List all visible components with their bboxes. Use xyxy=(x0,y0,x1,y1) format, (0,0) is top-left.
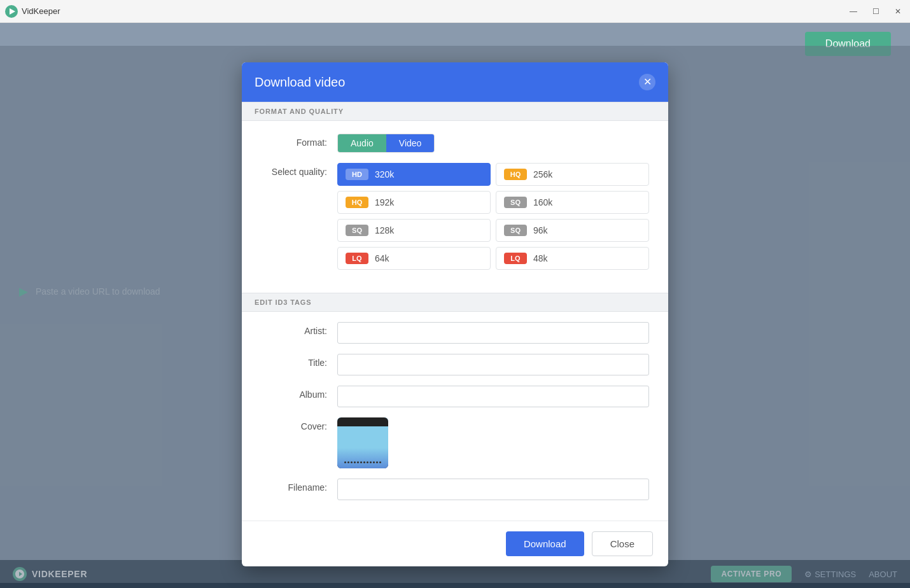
format-row: Format: Audio Video xyxy=(261,134,649,153)
album-input[interactable] xyxy=(337,386,649,407)
quality-value-256k: 256k xyxy=(533,169,552,179)
quality-badge-lq-64: LQ xyxy=(346,253,368,264)
titlebar: VidKeeper — ☐ ✕ xyxy=(0,0,910,23)
dialog-header: Download video ✕ xyxy=(242,62,668,102)
quality-badge-sq-96: SQ xyxy=(504,225,527,236)
quality-label: Select quality: xyxy=(261,163,337,177)
quality-64k[interactable]: LQ 64k xyxy=(337,247,491,270)
title-input-area xyxy=(337,354,649,375)
format-audio-button[interactable]: Audio xyxy=(338,134,386,152)
quality-badge-sq-160: SQ xyxy=(504,197,527,208)
quality-value-128k: 128k xyxy=(375,225,394,235)
artist-input[interactable] xyxy=(337,322,649,344)
quality-grid: HD 320k HQ 256k HQ 192k xyxy=(337,163,649,270)
cover-image-bar xyxy=(337,417,388,426)
album-label: Album: xyxy=(261,386,337,400)
window-close-button[interactable]: ✕ xyxy=(891,6,905,17)
title-label: Title: xyxy=(261,354,337,368)
quality-badge-lq-48: LQ xyxy=(504,253,527,264)
quality-value-96k: 96k xyxy=(533,225,548,235)
dialog-footer: Download Close xyxy=(242,521,668,566)
titlebar-controls: — ☐ ✕ xyxy=(846,6,905,17)
filename-label: Filename: xyxy=(261,479,337,493)
app-main-area: ▶ Paste a video URL to download Download… xyxy=(0,23,910,560)
title-row: Title: xyxy=(261,354,649,375)
quality-value-192k: 192k xyxy=(375,197,394,207)
quality-value-64k: 64k xyxy=(375,253,389,263)
artist-row: Artist: xyxy=(261,322,649,344)
close-button[interactable]: Close xyxy=(592,531,653,556)
format-video-button[interactable]: Video xyxy=(386,134,435,152)
quality-badge-hq-192: HQ xyxy=(346,197,368,208)
album-row: Album: xyxy=(261,386,649,407)
format-toggle-area: Audio Video xyxy=(337,134,649,153)
quality-256k[interactable]: HQ 256k xyxy=(496,163,649,186)
quality-96k[interactable]: SQ 96k xyxy=(496,219,649,242)
minimize-button[interactable]: — xyxy=(846,6,861,17)
section-format-header: FORMAT AND QUALITY xyxy=(242,102,668,121)
download-button[interactable]: Download xyxy=(506,531,584,556)
id3-body: Artist: Title: Album: xyxy=(242,312,668,521)
titlebar-left: VidKeeper xyxy=(5,5,60,18)
cover-row: Cover: xyxy=(261,417,649,468)
dialog-close-button[interactable]: ✕ xyxy=(639,74,655,90)
maximize-button[interactable]: ☐ xyxy=(869,6,883,17)
quality-value-48k: 48k xyxy=(533,253,548,263)
quality-grid-area: HD 320k HQ 256k HQ 192k xyxy=(337,163,649,270)
quality-160k[interactable]: SQ 160k xyxy=(496,191,649,214)
section-id3-header: EDIT ID3 TAGS xyxy=(242,293,668,312)
quality-value-320k: 320k xyxy=(375,169,394,179)
modal-overlay: Download video ✕ FORMAT AND QUALITY Form… xyxy=(0,46,910,583)
quality-48k[interactable]: LQ 48k xyxy=(496,247,649,270)
title-input[interactable] xyxy=(337,354,649,375)
quality-320k[interactable]: HD 320k xyxy=(337,163,491,186)
artist-input-area xyxy=(337,322,649,344)
filename-input[interactable] xyxy=(337,479,649,500)
format-toggle: Audio Video xyxy=(337,134,435,153)
cover-label: Cover: xyxy=(261,417,337,431)
artist-label: Artist: xyxy=(261,322,337,336)
format-quality-body: Format: Audio Video Select quality: xyxy=(242,121,668,293)
filename-row: Filename: xyxy=(261,479,649,500)
quality-row: Select quality: HD 320k HQ 256k xyxy=(261,163,649,270)
quality-badge-hq-256: HQ xyxy=(504,169,527,180)
cover-image-inner xyxy=(337,417,388,468)
album-input-area xyxy=(337,386,649,407)
quality-value-160k: 160k xyxy=(533,197,552,207)
app-title: VidKeeper xyxy=(22,6,60,16)
download-dialog: Download video ✕ FORMAT AND QUALITY Form… xyxy=(242,62,668,566)
format-label: Format: xyxy=(261,134,337,148)
quality-badge-hd-320: HD xyxy=(346,169,368,180)
quality-128k[interactable]: SQ 128k xyxy=(337,219,491,242)
dialog-title: Download video xyxy=(255,75,345,90)
quality-192k[interactable]: HQ 192k xyxy=(337,191,491,214)
filename-input-area xyxy=(337,479,649,500)
cover-image[interactable] xyxy=(337,417,388,468)
app-logo-icon xyxy=(5,5,18,18)
cover-image-dots xyxy=(337,461,388,463)
quality-badge-sq-128: SQ xyxy=(346,225,368,236)
cover-image-area xyxy=(337,417,649,468)
